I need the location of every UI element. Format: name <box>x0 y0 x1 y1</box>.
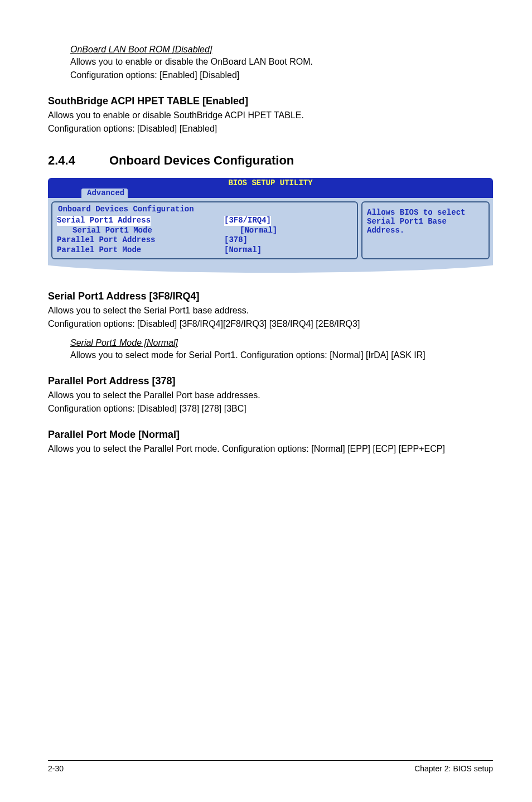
body-text: Allows you to select the Parallel Port b… <box>48 389 493 402</box>
subheading: OnBoard LAN Boot ROM [Disabled] <box>70 45 493 55</box>
bios-help-text: Allows BIOS to select Serial Port1 Base … <box>367 208 484 235</box>
body-text: Allows you to select mode for Serial Por… <box>70 349 493 361</box>
body-text: Allows you to select the Parallel Port m… <box>48 443 493 455</box>
body-text: Configuration options: [Disabled] [378] … <box>48 403 493 415</box>
page-number: 2-30 <box>48 764 64 773</box>
heading-parallel-port-address: Parallel Port Address [378] <box>48 375 493 387</box>
section-title: 2.4.4Onboard Devices Configuration <box>48 153 493 168</box>
subheading: Serial Port1 Mode [Normal] <box>70 338 493 348</box>
bios-help-panel: Allows BIOS to select Serial Port1 Base … <box>361 201 490 259</box>
page: OnBoard LAN Boot ROM [Disabled] Allows y… <box>0 0 532 802</box>
bios-left-panel: Onboard Devices Configuration Serial Por… <box>51 201 358 259</box>
bios-body: Onboard Devices Configuration Serial Por… <box>48 198 493 263</box>
body-text: Configuration options: [Enabled] [Disabl… <box>70 69 493 81</box>
bios-row-value: [Normal] <box>224 245 262 255</box>
body-text: Configuration options: [Disabled] [Enabl… <box>48 123 493 135</box>
section-serial-port-mode: Serial Port1 Mode [Normal] Allows you to… <box>70 338 493 361</box>
heading-parallel-port-mode: Parallel Port Mode [Normal] <box>48 429 493 441</box>
bios-row-value: [3F8/IRQ4] <box>224 216 271 226</box>
bios-row: Parallel Port Address [378] <box>57 235 352 245</box>
bios-title: BIOS SETUP UTILITY <box>48 178 493 187</box>
bios-row-label: Serial Port1 Mode <box>57 226 240 236</box>
body-text: Allows you to enable or disable the OnBo… <box>70 56 493 68</box>
bios-row: Serial Port1 Address [3F8/IRQ4] <box>57 216 352 226</box>
bios-bottom-curve <box>48 263 493 276</box>
section-onboard-lan: OnBoard LAN Boot ROM [Disabled] Allows y… <box>70 45 493 81</box>
bios-row: Parallel Port Mode [Normal] <box>57 245 352 255</box>
chapter-label: Chapter 2: BIOS setup <box>414 764 493 773</box>
body-text: Allows you to enable or disable SouthBri… <box>48 109 493 122</box>
bios-row-label: Parallel Port Mode <box>57 245 224 255</box>
bios-row-value: [Normal] <box>240 226 277 236</box>
bios-header: BIOS SETUP UTILITY Advanced <box>48 178 493 198</box>
bios-row: Serial Port1 Mode [Normal] <box>57 226 352 236</box>
section-name: Onboard Devices Configuration <box>109 153 294 167</box>
section-number: 2.4.4 <box>48 153 109 168</box>
page-footer: 2-30 Chapter 2: BIOS setup <box>48 760 493 773</box>
heading-serial-port-address: Serial Port1 Address [3F8/IRQ4] <box>48 291 493 302</box>
bios-row-label: Serial Port1 Address <box>57 216 151 226</box>
bios-group-title: Onboard Devices Configuration <box>57 205 352 214</box>
heading-southbridge: SouthBridge ACPI HPET TABLE [Enabled] <box>48 95 493 107</box>
bios-row-label: Parallel Port Address <box>57 235 224 245</box>
bios-tab-advanced: Advanced <box>81 189 128 198</box>
body-text: Configuration options: [Disabled] [3F8/I… <box>48 318 493 330</box>
bios-row-value: [378] <box>224 235 248 245</box>
bios-screenshot: BIOS SETUP UTILITY Advanced Onboard Devi… <box>48 178 493 276</box>
body-text: Allows you to select the Serial Port1 ba… <box>48 305 493 317</box>
